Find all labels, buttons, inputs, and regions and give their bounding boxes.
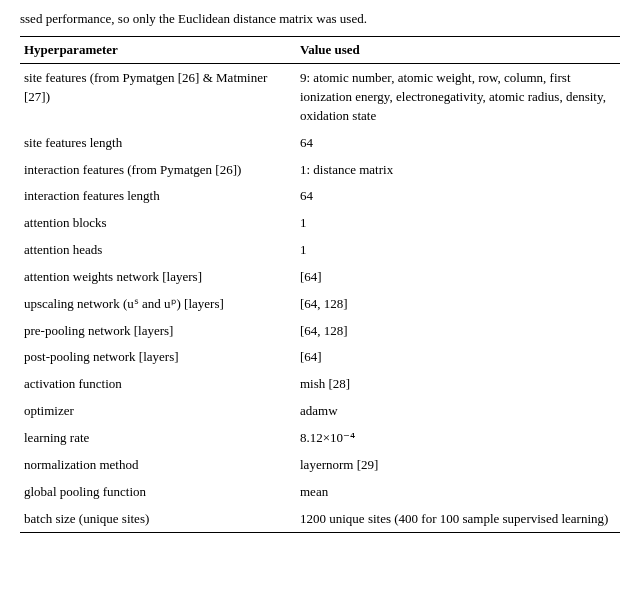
value-cell: layernorm [29] <box>296 452 620 479</box>
value-cell: mean <box>296 479 620 506</box>
intro-text: ssed performance, so only the Euclidean … <box>20 10 620 28</box>
value-cell: adamw <box>296 398 620 425</box>
table-row: optimizeradamw <box>20 398 620 425</box>
param-cell: learning rate <box>20 425 296 452</box>
value-cell: [64] <box>296 344 620 371</box>
value-cell: [64, 128] <box>296 291 620 318</box>
param-cell: upscaling network (uˢ and uᵖ) [layers] <box>20 291 296 318</box>
value-cell: [64, 128] <box>296 318 620 345</box>
table-body: site features (from Pymatgen [26] & Matm… <box>20 64 620 533</box>
param-cell: activation function <box>20 371 296 398</box>
table-row: attention blocks1 <box>20 210 620 237</box>
param-cell: attention blocks <box>20 210 296 237</box>
value-cell: 1: distance matrix <box>296 157 620 184</box>
value-cell: 1 <box>296 210 620 237</box>
header-value: Value used <box>296 37 620 64</box>
param-cell: post-pooling network [layers] <box>20 344 296 371</box>
table-row: site features (from Pymatgen [26] & Matm… <box>20 64 620 130</box>
value-cell: mish [28] <box>296 371 620 398</box>
table-row: global pooling functionmean <box>20 479 620 506</box>
table-row: batch size (unique sites)1200 unique sit… <box>20 506 620 533</box>
table-row: attention heads1 <box>20 237 620 264</box>
param-cell: site features (from Pymatgen [26] & Matm… <box>20 64 296 130</box>
param-cell: site features length <box>20 130 296 157</box>
value-cell: [64] <box>296 264 620 291</box>
value-cell: 1 <box>296 237 620 264</box>
param-cell: pre-pooling network [layers] <box>20 318 296 345</box>
param-cell: interaction features length <box>20 183 296 210</box>
param-cell: attention weights network [layers] <box>20 264 296 291</box>
table-row: activation functionmish [28] <box>20 371 620 398</box>
table-row: learning rate8.12×10⁻⁴ <box>20 425 620 452</box>
value-cell: 64 <box>296 183 620 210</box>
table-row: pre-pooling network [layers][64, 128] <box>20 318 620 345</box>
param-cell: interaction features (from Pymatgen [26]… <box>20 157 296 184</box>
value-cell: 8.12×10⁻⁴ <box>296 425 620 452</box>
header-hyperparameter: Hyperparameter <box>20 37 296 64</box>
param-cell: batch size (unique sites) <box>20 506 296 533</box>
table-row: normalization methodlayernorm [29] <box>20 452 620 479</box>
table-row: post-pooling network [layers][64] <box>20 344 620 371</box>
param-cell: attention heads <box>20 237 296 264</box>
table-row: interaction features (from Pymatgen [26]… <box>20 157 620 184</box>
table-row: upscaling network (uˢ and uᵖ) [layers][6… <box>20 291 620 318</box>
value-cell: 64 <box>296 130 620 157</box>
table-row: site features length64 <box>20 130 620 157</box>
value-cell: 9: atomic number, atomic weight, row, co… <box>296 64 620 130</box>
table-row: interaction features length64 <box>20 183 620 210</box>
param-cell: normalization method <box>20 452 296 479</box>
param-cell: global pooling function <box>20 479 296 506</box>
table-row: attention weights network [layers][64] <box>20 264 620 291</box>
param-cell: optimizer <box>20 398 296 425</box>
value-cell: 1200 unique sites (400 for 100 sample su… <box>296 506 620 533</box>
table-header: Hyperparameter Value used <box>20 37 620 64</box>
hyperparameter-table: Hyperparameter Value used site features … <box>20 36 620 533</box>
